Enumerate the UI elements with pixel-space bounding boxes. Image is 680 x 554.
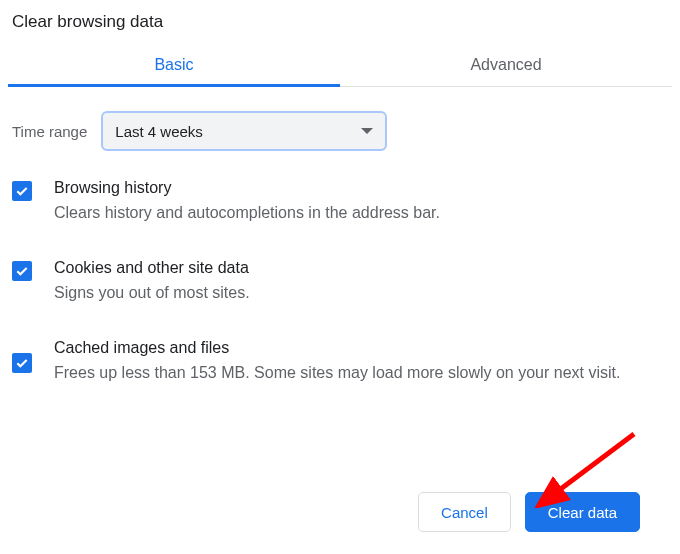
option-title: Browsing history: [54, 179, 668, 197]
option-text: Cached images and files Frees up less th…: [54, 339, 668, 385]
checkbox-cookies[interactable]: [12, 261, 32, 281]
checkmark-icon: [14, 355, 30, 371]
svg-line-0: [554, 434, 634, 494]
option-cache: Cached images and files Frees up less th…: [12, 339, 668, 385]
option-text: Cookies and other site data Signs you ou…: [54, 259, 668, 305]
option-title: Cached images and files: [54, 339, 668, 357]
dialog-footer: Cancel Clear data: [418, 492, 640, 532]
checkbox-browsing-history[interactable]: [12, 181, 32, 201]
chevron-down-icon: [361, 128, 373, 134]
time-range-row: Time range Last 4 weeks: [8, 87, 672, 159]
time-range-value: Last 4 weeks: [115, 123, 203, 140]
option-title: Cookies and other site data: [54, 259, 668, 277]
option-cookies: Cookies and other site data Signs you ou…: [12, 259, 668, 305]
option-text: Browsing history Clears history and auto…: [54, 179, 668, 225]
time-range-label: Time range: [12, 123, 87, 140]
checkmark-icon: [14, 263, 30, 279]
option-desc: Signs you out of most sites.: [54, 281, 668, 305]
option-desc: Clears history and autocompletions in th…: [54, 201, 668, 225]
option-browsing-history: Browsing history Clears history and auto…: [12, 179, 668, 225]
option-desc: Frees up less than 153 MB. Some sites ma…: [54, 361, 668, 385]
options-list: Browsing history Clears history and auto…: [8, 159, 672, 385]
checkbox-cache[interactable]: [12, 353, 32, 373]
dialog-title: Clear browsing data: [8, 8, 672, 46]
cancel-button[interactable]: Cancel: [418, 492, 511, 532]
time-range-select[interactable]: Last 4 weeks: [101, 111, 387, 151]
tab-advanced[interactable]: Advanced: [340, 46, 672, 86]
checkmark-icon: [14, 183, 30, 199]
tabs: Basic Advanced: [8, 46, 672, 87]
clear-data-button[interactable]: Clear data: [525, 492, 640, 532]
tab-basic[interactable]: Basic: [8, 46, 340, 86]
clear-browsing-data-dialog: Clear browsing data Basic Advanced Time …: [0, 0, 680, 385]
